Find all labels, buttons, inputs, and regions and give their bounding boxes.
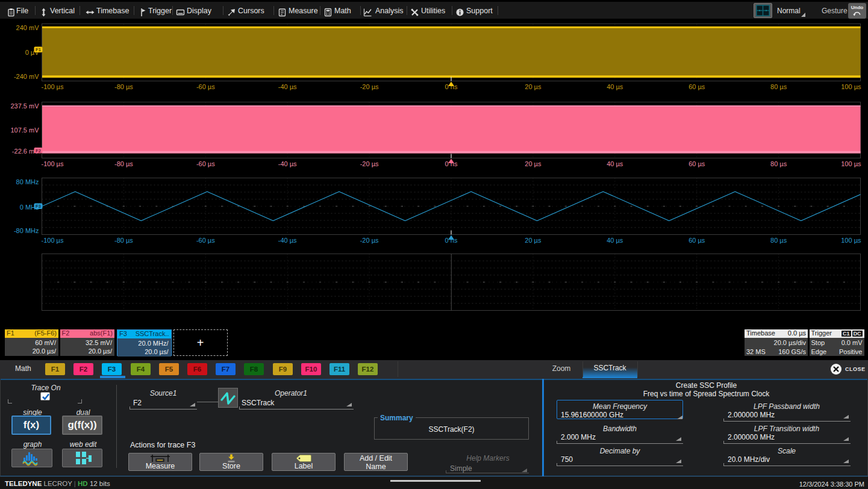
svg-text:F3: F3	[36, 204, 41, 209]
svg-text:-40 µs: -40 µs	[278, 237, 297, 244]
svg-text:107.5 mV: 107.5 mV	[10, 126, 39, 134]
svg-text:20 µs: 20 µs	[525, 160, 542, 167]
svg-text:-40 µs: -40 µs	[278, 83, 297, 90]
svg-text:-60 µs: -60 µs	[196, 160, 215, 167]
svg-text:80 µs: 80 µs	[770, 160, 787, 167]
svg-text:40 µs: 40 µs	[607, 160, 623, 167]
svg-text:-100 µs: -100 µs	[42, 160, 64, 167]
svg-text:F2: F2	[36, 148, 41, 154]
svg-text:60 µs: 60 µs	[688, 160, 705, 167]
svg-text:100 µs: 100 µs	[841, 160, 861, 167]
svg-text:80 µs: 80 µs	[770, 237, 787, 244]
svg-text:100 µs: 100 µs	[841, 237, 861, 244]
svg-text:-20 µs: -20 µs	[360, 237, 379, 244]
svg-text:-60 µs: -60 µs	[196, 237, 215, 244]
svg-text:-80 µs: -80 µs	[114, 160, 133, 167]
svg-text:F1: F1	[36, 47, 41, 52]
svg-text:237.5 mV: 237.5 mV	[10, 102, 39, 110]
svg-text:80 MHz: 80 MHz	[16, 178, 39, 185]
svg-text:80 µs: 80 µs	[770, 83, 787, 90]
svg-text:-20 µs: -20 µs	[360, 83, 379, 90]
svg-text:-80 µs: -80 µs	[114, 237, 133, 244]
svg-text:60 µs: 60 µs	[688, 83, 705, 90]
svg-text:100 µs: 100 µs	[841, 83, 861, 90]
svg-text:-100 µs: -100 µs	[42, 83, 64, 90]
svg-text:20 µs: 20 µs	[525, 83, 542, 90]
svg-text:40 µs: 40 µs	[607, 237, 623, 244]
svg-text:-80 µs: -80 µs	[114, 83, 133, 90]
svg-text:-240 mV: -240 mV	[14, 73, 39, 80]
svg-text:20 µs: 20 µs	[525, 237, 542, 244]
svg-text:-20 µs: -20 µs	[360, 160, 379, 167]
svg-text:40 µs: 40 µs	[607, 83, 623, 90]
svg-text:-100 µs: -100 µs	[42, 237, 64, 244]
svg-text:-60 µs: -60 µs	[196, 83, 215, 90]
svg-text:60 µs: 60 µs	[688, 237, 705, 244]
svg-text:-40 µs: -40 µs	[278, 160, 297, 167]
svg-text:-80 MHz: -80 MHz	[14, 227, 39, 234]
svg-text:240 mV: 240 mV	[16, 24, 40, 31]
